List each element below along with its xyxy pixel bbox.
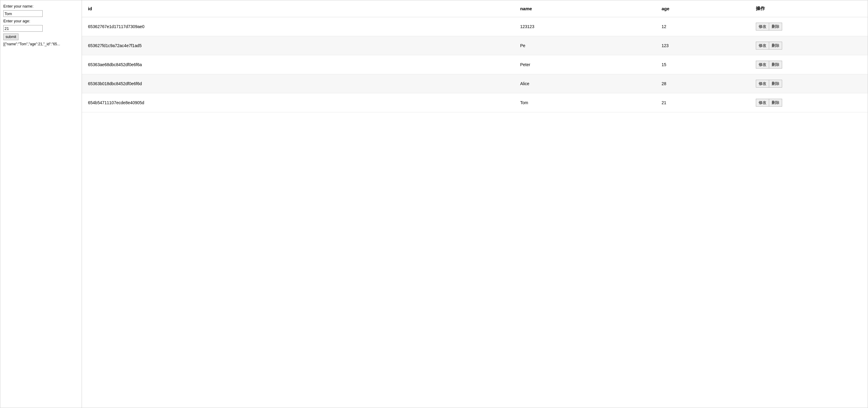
- data-table: id name age 操作 65362767e1d17117d7309ae01…: [82, 0, 868, 112]
- cell-age: 21: [655, 93, 750, 112]
- modify-button[interactable]: 修改: [756, 23, 769, 31]
- modify-button[interactable]: 修改: [756, 61, 769, 69]
- cell-action: 修改删除: [750, 17, 868, 36]
- cell-id: 65362767e1d17117d7309ae0: [82, 17, 514, 36]
- table-row: 65362767e1d17117d7309ae012312312修改删除: [82, 17, 868, 36]
- right-panel: id name age 操作 65362767e1d17117d7309ae01…: [82, 0, 868, 408]
- col-header-action: 操作: [750, 0, 868, 17]
- cell-age: 28: [655, 74, 750, 93]
- cell-age: 123: [655, 36, 750, 55]
- delete-button[interactable]: 删除: [769, 80, 782, 88]
- cell-action: 修改删除: [750, 93, 868, 112]
- age-input[interactable]: [3, 25, 43, 32]
- json-output: [{"name":"Tom","age":21,"_id":"65...: [3, 42, 79, 46]
- name-label: Enter your name:: [3, 4, 79, 8]
- age-label: Enter your age:: [3, 19, 79, 23]
- cell-name: Alice: [514, 74, 655, 93]
- modify-button[interactable]: 修改: [756, 42, 769, 49]
- cell-id: 65363ae68dbc8452df0e6f6a: [82, 55, 514, 74]
- name-input[interactable]: [3, 10, 43, 17]
- table-header-row: id name age 操作: [82, 0, 868, 17]
- cell-name: Pe: [514, 36, 655, 55]
- cell-id: 654b54711107ecde8e40905d: [82, 93, 514, 112]
- col-header-id: id: [82, 0, 514, 17]
- submit-button[interactable]: submit: [3, 34, 19, 40]
- left-panel: Enter your name: Enter your age: submit …: [0, 0, 82, 408]
- cell-action: 修改删除: [750, 36, 868, 55]
- delete-button[interactable]: 删除: [769, 61, 782, 69]
- table-row: 654b54711107ecde8e40905dTom21修改删除: [82, 93, 868, 112]
- cell-age: 12: [655, 17, 750, 36]
- cell-name: 123123: [514, 17, 655, 36]
- table-row: 65363b018dbc8452df0e6f6dAlice28修改删除: [82, 74, 868, 93]
- table-row: 65363ae68dbc8452df0e6f6aPeter15修改删除: [82, 55, 868, 74]
- cell-id: 653627fd1c9a72ac4e7f1ad5: [82, 36, 514, 55]
- cell-action: 修改删除: [750, 74, 868, 93]
- cell-action: 修改删除: [750, 55, 868, 74]
- delete-button[interactable]: 删除: [769, 23, 782, 31]
- delete-button[interactable]: 删除: [769, 99, 782, 107]
- col-header-name: name: [514, 0, 655, 17]
- cell-name: Tom: [514, 93, 655, 112]
- table-row: 653627fd1c9a72ac4e7f1ad5Pe123修改删除: [82, 36, 868, 55]
- cell-age: 15: [655, 55, 750, 74]
- cell-name: Peter: [514, 55, 655, 74]
- delete-button[interactable]: 删除: [769, 42, 782, 49]
- cell-id: 65363b018dbc8452df0e6f6d: [82, 74, 514, 93]
- modify-button[interactable]: 修改: [756, 80, 769, 88]
- modify-button[interactable]: 修改: [756, 99, 769, 107]
- col-header-age: age: [655, 0, 750, 17]
